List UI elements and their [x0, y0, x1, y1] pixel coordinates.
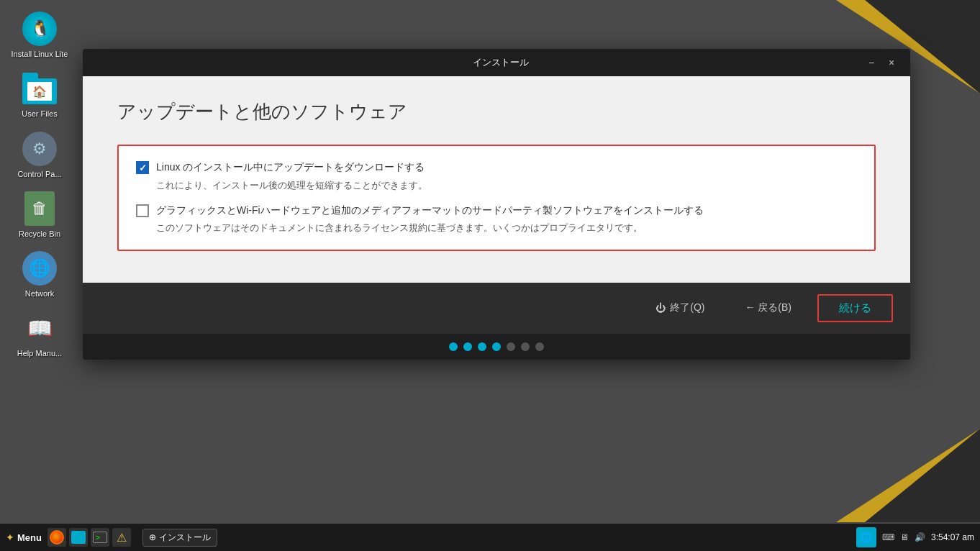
continue-label: 続ける [839, 301, 871, 315]
checkbox-2[interactable] [136, 204, 149, 217]
checkbox-2-unchecked[interactable] [136, 204, 149, 217]
taskbar-install-icon: ⊕ [149, 532, 156, 542]
taskbar-right: 🌐 ⌨ 🖥 🔊 3:54:07 am [856, 527, 974, 547]
option-2-label: グラフィックスとWi-Fiハードウェアと追加のメディアフォーマットのサードパーテ… [156, 204, 704, 218]
progress-dot-3 [478, 342, 486, 351]
modal-titlebar: インストール − × [83, 49, 910, 76]
back-button[interactable]: ← 戻る(B) [730, 296, 806, 320]
deco-bottom-right [836, 429, 980, 522]
files-taskbar-icon [71, 531, 86, 544]
network-icon: 🌐 [22, 251, 57, 286]
continue-button[interactable]: 続ける [817, 294, 893, 322]
taskbar-warning-button[interactable]: ⚠ [112, 528, 131, 547]
desktop-icon-user-files[interactable]: 🏠 User Files [6, 67, 74, 123]
desktop-icons-panel: 🐧 Install Linux Lite 🏠 User Files ⚙ Cont… [0, 0, 79, 524]
progress-dots [83, 334, 910, 360]
progress-dot-1 [449, 342, 458, 351]
quit-button[interactable]: ⏻ 終了(Q) [641, 296, 719, 320]
progress-dot-6 [521, 342, 530, 351]
minimize-button[interactable]: − [864, 55, 879, 70]
menu-label: Menu [17, 532, 42, 543]
option-2-description: このソフトウェアはそのドキュメントに含まれるライセンス規約に基づきます。いくつか… [156, 222, 857, 234]
install-linux-lite-label: Install Linux Lite [12, 49, 68, 59]
option-row-2: グラフィックスとWi-Fiハードウェアと追加のメディアフォーマットのサードパーテ… [136, 204, 857, 218]
taskbar-network-icon[interactable]: 🌐 [856, 527, 876, 547]
desktop: 🐧 Install Linux Lite 🏠 User Files ⚙ Cont… [0, 0, 980, 551]
quit-label: 終了(Q) [670, 301, 704, 314]
option-item-2: グラフィックスとWi-Fiハードウェアと追加のメディアフォーマットのサードパーテ… [136, 204, 857, 235]
network-label: Network [25, 288, 54, 299]
help-manual-label: Help Manu... [17, 348, 62, 358]
taskbar-display-icon: 🖥 [900, 532, 909, 542]
desktop-icon-control-panel[interactable]: ⚙ Control Pa... [6, 127, 74, 183]
options-box: Linux のインストール中にアップデートをダウンロードする これにより、インス… [117, 145, 876, 251]
control-panel-icon: ⚙ [22, 132, 57, 166]
taskbar-apps: ⚠ [47, 528, 131, 547]
network-status-icon: 🌐 [860, 532, 872, 543]
desktop-icon-install-linux-lite[interactable]: 🐧 Install Linux Lite [6, 7, 74, 63]
desktop-icon-network[interactable]: 🌐 Network [6, 247, 74, 303]
modal-controls: − × [864, 55, 899, 70]
menu-star-icon: ✦ [6, 532, 14, 543]
taskbar: ✦ Menu ⚠ ⊕ インストール 🌐 [0, 524, 980, 551]
progress-dot-2 [463, 342, 472, 351]
modal-heading: アップデートと他のソフトウェア [117, 99, 876, 124]
option-row-1: Linux のインストール中にアップデートをダウンロードする [136, 160, 857, 175]
progress-dot-4 [492, 342, 501, 351]
checkbox-1-checked[interactable] [136, 161, 149, 174]
taskbar-files-button[interactable] [69, 528, 88, 547]
progress-dot-5 [507, 342, 515, 351]
taskbar-menu-button[interactable]: ✦ Menu [6, 532, 42, 543]
taskbar-install-button[interactable]: ⊕ インストール [142, 529, 217, 547]
control-panel-label: Control Pa... [17, 169, 61, 179]
close-button[interactable]: × [884, 55, 899, 70]
install-modal: インストール − × アップデートと他のソフトウェア Linux のインストール… [83, 49, 910, 360]
user-files-label: User Files [22, 109, 58, 119]
recycle-bin-label: Recycle Bin [19, 229, 60, 239]
taskbar-install-label: インストール [159, 532, 211, 544]
checkbox-1[interactable] [136, 161, 149, 174]
option-item-1: Linux のインストール中にアップデートをダウンロードする これにより、インス… [136, 160, 857, 192]
back-label: ← 戻る(B) [745, 301, 791, 314]
desktop-icon-help-manual[interactable]: 📖 Help Manu... [6, 306, 74, 363]
firefox-icon [50, 530, 64, 545]
taskbar-center: ⊕ インストール [142, 529, 217, 547]
option-1-description: これにより、インストール後の処理を短縮することができます。 [156, 179, 857, 192]
taskbar-firefox-button[interactable] [47, 528, 66, 547]
desktop-icon-recycle-bin[interactable]: 🗑 Recycle Bin [6, 187, 74, 243]
help-manual-icon: 📖 [22, 311, 57, 345]
quit-icon: ⏻ [655, 302, 666, 314]
taskbar-terminal-button[interactable] [91, 528, 109, 547]
modal-footer: ⏻ 終了(Q) ← 戻る(B) 続ける [83, 283, 910, 334]
modal-content: アップデートと他のソフトウェア Linux のインストール中にアップデートをダウ… [83, 76, 910, 283]
install-linux-lite-icon: 🐧 [22, 12, 57, 46]
taskbar-volume-icon: 🔊 [915, 532, 925, 542]
taskbar-keyboard-icon: ⌨ [882, 532, 894, 542]
warning-icon: ⚠ [117, 531, 127, 545]
user-files-icon: 🏠 [22, 71, 57, 106]
progress-dot-7 [535, 342, 544, 351]
option-1-label: Linux のインストール中にアップデートをダウンロードする [156, 160, 425, 175]
taskbar-clock: 3:54:07 am [931, 532, 974, 542]
terminal-icon [93, 532, 107, 543]
recycle-bin-icon: 🗑 [22, 191, 57, 226]
modal-title: インストール [137, 56, 864, 69]
